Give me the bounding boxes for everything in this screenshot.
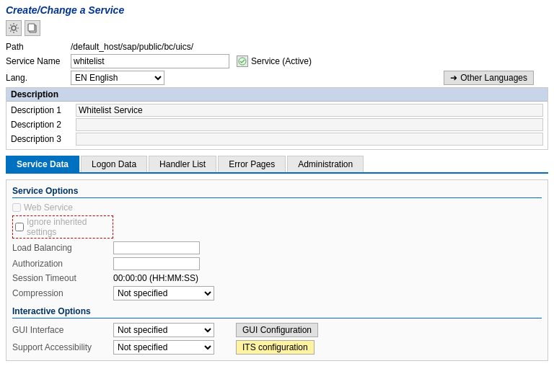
path-label: Path: [6, 42, 71, 52]
authorization-label: Authorization: [12, 259, 113, 269]
load-balancing-label: Load Balancing: [12, 243, 113, 253]
lang-select[interactable]: EN English DE German FR French: [71, 71, 164, 85]
ignore-inherited-row: Ignore inherited settings: [12, 215, 113, 239]
service-options-title: Service Options: [12, 186, 542, 198]
copy-icon[interactable]: [25, 20, 40, 36]
web-service-label: Web Service: [12, 202, 113, 213]
compression-value: Not specified Yes No: [113, 286, 542, 300]
content-panel: Service Options Web Service Ignore inher…: [6, 179, 548, 361]
its-config-cell: ITS configuration: [236, 340, 351, 355]
gui-config-cell: GUI Configuration: [236, 323, 351, 337]
tab-service-data[interactable]: Service Data: [6, 156, 79, 172]
svg-point-3: [239, 58, 246, 65]
desc-label-3: Description 3: [11, 134, 76, 144]
service-active-badge: Service (Active): [237, 55, 312, 67]
tabs-bar: Service Data Logon Data Handler List Err…: [6, 156, 548, 174]
description-header: Description: [6, 88, 548, 102]
gui-interface-label: GUI Interface: [12, 325, 113, 335]
service-name-row: Service Name Service (Active): [6, 54, 548, 68]
tab-handler-list[interactable]: Handler List: [149, 156, 216, 172]
load-balancing-value: [113, 241, 542, 254]
session-timeout-text: 00:00:00 (HH:MM:SS): [113, 273, 198, 283]
authorization-input[interactable]: [113, 257, 200, 270]
arrow-right-icon: ➜: [450, 73, 457, 83]
active-icon: [237, 55, 248, 67]
desc-label-1: Description 1: [11, 105, 76, 115]
ignore-inherited-label: Ignore inherited settings: [12, 215, 113, 239]
description-row-1: Description 1: [11, 104, 543, 117]
tab-error-pages[interactable]: Error Pages: [218, 156, 286, 172]
service-name-input[interactable]: [71, 54, 229, 68]
session-timeout-value: 00:00:00 (HH:MM:SS): [113, 273, 542, 283]
page-title: Create/Change a Service: [6, 4, 548, 16]
lang-label: Lang.: [6, 73, 71, 83]
support-accessibility-dropdown-cell: Not specified Yes No: [113, 340, 236, 355]
web-service-text: Web Service: [24, 202, 73, 213]
settings-icon[interactable]: [6, 20, 22, 36]
service-options-grid: Web Service Ignore inherited settings Lo…: [12, 202, 542, 300]
svg-point-0: [12, 26, 16, 30]
toolbar: [6, 20, 548, 36]
page-container: Create/Change a Service Path /default_ho…: [0, 0, 554, 392]
web-service-row: Web Service: [12, 202, 113, 213]
desc-label-2: Description 2: [11, 120, 76, 130]
compression-select[interactable]: Not specified Yes No: [113, 286, 214, 300]
path-row: Path /default_host/sap/public/bc/uics/: [6, 42, 548, 52]
gui-interface-select[interactable]: Not specified Yes No: [113, 323, 214, 337]
description-section: Description Description 1 Description 2 …: [6, 87, 548, 150]
service-name-label: Service Name: [6, 56, 71, 66]
desc-input-3[interactable]: [76, 133, 543, 146]
support-accessibility-select[interactable]: Not specified Yes No: [113, 340, 214, 355]
svg-rect-2: [28, 24, 35, 31]
compression-label: Compression: [12, 288, 113, 298]
support-accessibility-label: Support Accessibility: [12, 342, 113, 352]
other-languages-label: Other Languages: [460, 73, 527, 83]
gui-interface-dropdown-cell: Not specified Yes No: [113, 323, 236, 337]
tab-logon-data[interactable]: Logon Data: [81, 156, 147, 172]
its-configuration-button[interactable]: ITS configuration: [236, 340, 315, 355]
description-row-3: Description 3: [11, 133, 543, 146]
description-row-2: Description 2: [11, 118, 543, 131]
description-rows: Description 1 Description 2 Description …: [6, 102, 548, 149]
desc-input-2[interactable]: [76, 118, 543, 131]
interactive-options-title: Interactive Options: [12, 306, 542, 318]
ignore-inherited-text: Ignore inherited settings: [27, 217, 110, 237]
web-service-checkbox[interactable]: [12, 203, 21, 212]
path-value: /default_host/sap/public/bc/uics/: [71, 42, 193, 52]
interactive-options-grid: GUI Interface Not specified Yes No GUI C…: [12, 323, 542, 355]
service-active-label: Service (Active): [251, 56, 312, 66]
authorization-value: [113, 257, 542, 270]
gui-configuration-button[interactable]: GUI Configuration: [236, 323, 318, 337]
ignore-inherited-checkbox[interactable]: [15, 223, 24, 231]
load-balancing-input[interactable]: [113, 241, 200, 254]
tab-administration[interactable]: Administration: [287, 156, 364, 172]
other-languages-button[interactable]: ➜ Other Languages: [444, 71, 534, 85]
desc-input-1[interactable]: [76, 104, 543, 117]
session-timeout-label: Session Timeout: [12, 273, 113, 283]
lang-row: Lang. EN English DE German FR French ➜ O…: [6, 71, 548, 85]
